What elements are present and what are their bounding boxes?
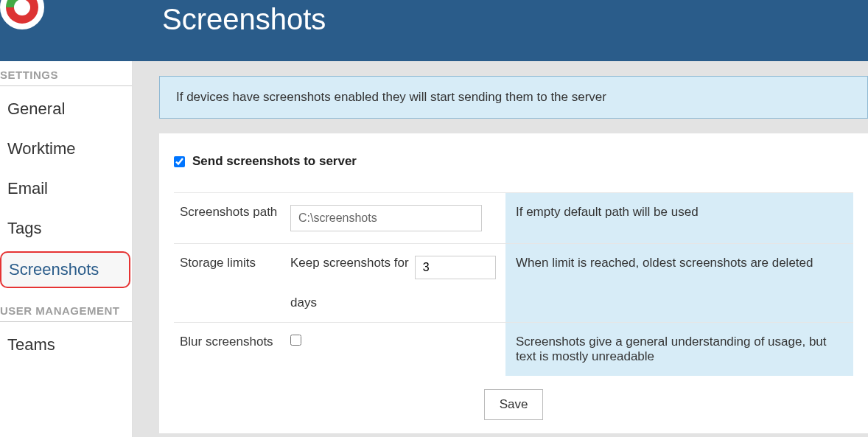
screenshots-path-help: If empty default path will be used xyxy=(505,193,853,244)
save-row: Save xyxy=(174,376,853,433)
sidebar-item-tags[interactable]: Tags xyxy=(0,209,132,248)
screenshots-path-input[interactable] xyxy=(290,205,482,231)
sidebar-section-user-management: USER MANAGEMENT xyxy=(0,301,132,322)
main-content: If devices have screenshots enabled they… xyxy=(133,61,868,437)
row-storage-limits: Storage limits Keep screenshots for days… xyxy=(174,244,853,323)
info-banner: If devices have screenshots enabled they… xyxy=(159,76,868,119)
app-logo xyxy=(0,0,55,41)
header: Screenshots xyxy=(0,0,868,61)
row-blur-screenshots: Blur screenshots Screenshots give a gene… xyxy=(174,323,853,377)
settings-card: Send screenshots to server Screenshots p… xyxy=(159,133,868,433)
storage-prefix: Keep screenshots for xyxy=(290,256,409,270)
sidebar-item-email[interactable]: Email xyxy=(0,169,132,209)
storage-suffix: days xyxy=(290,296,317,310)
save-button[interactable]: Save xyxy=(484,389,544,420)
layout: SETTINGS General Worktime Email Tags Scr… xyxy=(0,61,868,437)
page-title: Screenshots xyxy=(162,3,326,36)
storage-limits-help: When limit is reached, oldest screenshot… xyxy=(505,244,853,323)
row-screenshots-path: Screenshots path If empty default path w… xyxy=(174,193,853,244)
blur-screenshots-label: Blur screenshots xyxy=(174,323,284,377)
storage-limits-label: Storage limits xyxy=(174,244,284,323)
blur-screenshots-checkbox[interactable] xyxy=(290,335,301,346)
settings-table: Screenshots path If empty default path w… xyxy=(174,192,853,376)
sidebar-item-screenshots[interactable]: Screenshots xyxy=(0,251,130,288)
screenshots-path-label: Screenshots path xyxy=(174,193,284,244)
sidebar-item-worktime[interactable]: Worktime xyxy=(0,129,132,169)
send-screenshots-checkbox[interactable] xyxy=(174,156,185,167)
sidebar-section-settings: SETTINGS xyxy=(0,66,132,86)
send-screenshots-row: Send screenshots to server xyxy=(174,154,853,169)
storage-days-input[interactable] xyxy=(415,256,496,279)
send-screenshots-label: Send screenshots to server xyxy=(192,154,357,169)
sidebar-item-general[interactable]: General xyxy=(0,89,132,129)
blur-screenshots-help: Screenshots give a general understanding… xyxy=(505,323,853,377)
sidebar-item-teams[interactable]: Teams xyxy=(0,325,132,365)
sidebar: SETTINGS General Worktime Email Tags Scr… xyxy=(0,61,133,437)
